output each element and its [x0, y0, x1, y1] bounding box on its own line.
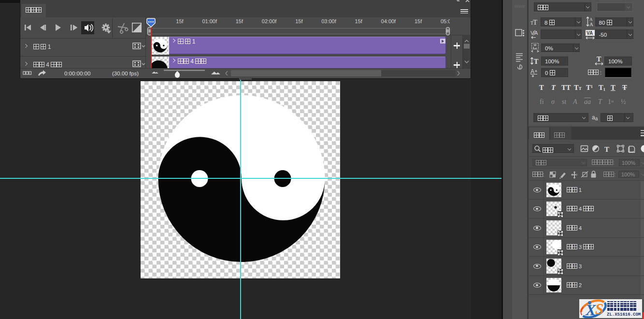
- svg-text:VA: VA: [587, 30, 593, 36]
- svg-text:S: S: [595, 301, 603, 318]
- svg-text:T: T: [533, 18, 537, 26]
- svg-text:T: T: [597, 56, 601, 63]
- svg-text:A: A: [530, 68, 534, 75]
- svg-text:V: V: [530, 30, 534, 36]
- svg-text:T: T: [604, 145, 609, 153]
- svg-text:A: A: [589, 21, 593, 27]
- svg-text:a: a: [535, 69, 537, 73]
- svg-text:T: T: [534, 58, 539, 65]
